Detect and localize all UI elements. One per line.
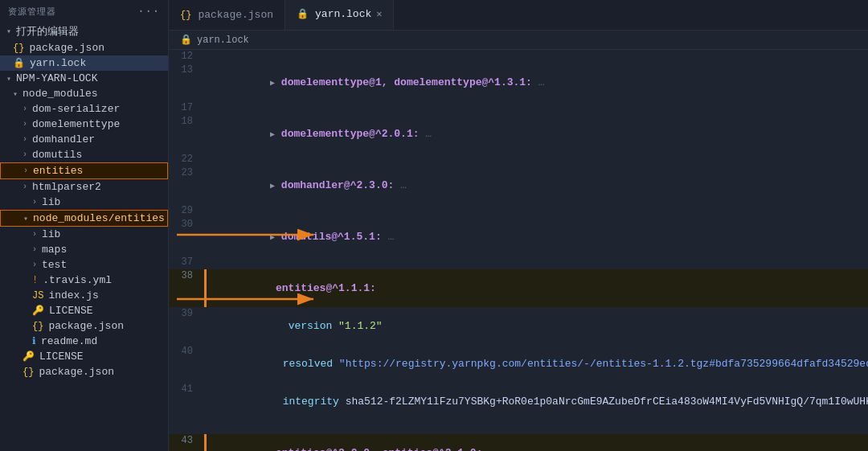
line-number: 23: [169, 166, 204, 204]
fold-icon-3[interactable]: ▶: [270, 182, 275, 191]
chevron-right-icon-10: ›: [32, 260, 37, 269]
file-path-label: yarn.lock: [197, 35, 249, 46]
license-icon: 🔑: [32, 305, 44, 317]
tree-dom-serializer-label: dom-serializer: [32, 103, 120, 115]
chevron-down-icon-4: ▾: [23, 214, 28, 223]
tree-domelementtype[interactable]: › domelementtype: [0, 117, 168, 132]
line-content: version "1.1.2": [204, 307, 868, 345]
line-content: ▶ domutils@^1.5.1: …: [204, 218, 868, 256]
tree-node-modules-entities[interactable]: ▾ node_modules/entities: [0, 210, 168, 227]
sidebar-more-button[interactable]: ···: [137, 5, 160, 18]
code-line-22: 22: [169, 153, 868, 166]
tree-lib[interactable]: › lib: [0, 195, 168, 210]
code-line-12: 12: [169, 50, 868, 64]
line-number: 18: [169, 115, 204, 153]
line-number: 43: [169, 434, 204, 451]
line-content: [204, 153, 868, 166]
code-line-18: 18 ▶ domelementtype@^2.0.1: …: [169, 115, 868, 153]
fold-icon[interactable]: ▶: [270, 79, 275, 88]
tab-json-icon: {}: [180, 10, 191, 21]
tree-lib-label: lib: [42, 196, 60, 208]
line-number: 13: [169, 64, 204, 101]
code-line-39: 39 version "1.1.2": [169, 307, 868, 345]
tree-package-json-outer[interactable]: {} package.json: [0, 364, 168, 379]
open-editor-yarn-lock-label: yarn.lock: [30, 57, 86, 69]
tab-yarn-lock[interactable]: 🔒 yarn.lock ✕: [285, 0, 394, 30]
tab-package-json[interactable]: {} package.json: [169, 0, 285, 30]
tree-node-modules[interactable]: ▾ node_modules: [0, 86, 168, 101]
file-path-bar: 🔒 yarn.lock: [169, 31, 868, 50]
tree-node-modules-label: node_modules: [23, 88, 98, 100]
tree-package-json-inner[interactable]: {} package.json: [0, 318, 168, 334]
tree-entities-lib[interactable]: › lib: [0, 227, 168, 242]
tree-test-label: test: [42, 259, 67, 271]
tree-maps[interactable]: › maps: [0, 242, 168, 257]
tree-index-js-label: index.js: [48, 289, 98, 301]
tree-entities[interactable]: › entities: [0, 162, 168, 179]
tree-license-outer-label: LICENSE: [39, 351, 84, 363]
line-content: [204, 101, 868, 115]
tab-package-json-label: package.json: [198, 9, 273, 21]
tree-entities-lib-label: lib: [42, 228, 60, 240]
fold-icon-4[interactable]: ▶: [270, 233, 275, 242]
chevron-right-icon-9: ›: [32, 245, 37, 254]
code-line-29: 29: [169, 204, 868, 218]
code-editor[interactable]: 12 13 ▶ domelementtype@1, domelementtype…: [169, 50, 868, 451]
line-number: 17: [169, 101, 204, 115]
tree-travis-yml[interactable]: ! .travis.yml: [0, 273, 168, 288]
chevron-right-icon-3: ›: [23, 135, 27, 144]
line-number: 12: [169, 50, 204, 64]
code-line-37: 37: [169, 256, 868, 269]
tree-index-js[interactable]: JS index.js: [0, 288, 168, 303]
chevron-down-icon-3: ▾: [13, 89, 18, 99]
json-icon-3: {}: [23, 367, 34, 378]
open-editor-yarn-lock[interactable]: 🔒 yarn.lock: [0, 55, 168, 71]
info-icon: ℹ: [32, 335, 36, 347]
tree-license-outer[interactable]: 🔑 LICENSE: [0, 349, 168, 364]
tree-license-inner[interactable]: 🔑 LICENSE: [0, 303, 168, 318]
code-lines-container: 12 13 ▶ domelementtype@1, domelementtype…: [169, 50, 868, 451]
yml-icon: !: [32, 275, 38, 286]
editor-main: {} package.json 🔒 yarn.lock ✕ 🔒 yarn.loc…: [169, 0, 868, 451]
tree-entities-label: entities: [33, 165, 83, 177]
line-number: 39: [169, 307, 204, 345]
tree-dom-serializer[interactable]: › dom-serializer: [0, 101, 168, 117]
fold-icon-2[interactable]: ▶: [270, 130, 275, 139]
json-icon-2: {}: [32, 321, 43, 332]
line-content: [204, 420, 868, 434]
open-editor-package-json-label: package.json: [29, 42, 104, 54]
tree-domutils[interactable]: › domutils: [0, 147, 168, 162]
tree-package-json-inner-label: package.json: [48, 320, 124, 332]
open-editor-package-json[interactable]: {} package.json: [0, 40, 168, 55]
tree-travis-yml-label: .travis.yml: [43, 274, 112, 286]
tree-readme[interactable]: ℹ readme.md: [0, 334, 168, 349]
line-content: ▶ domelementtype@^2.0.1: …: [204, 115, 868, 153]
tab-bar: {} package.json 🔒 yarn.lock ✕: [169, 0, 868, 31]
tree-package-json-outer-label: package.json: [39, 366, 114, 378]
path-lock-icon: 🔒: [180, 34, 192, 46]
line-content: [204, 256, 868, 269]
code-line-38: 38 entities@^1.1.1:: [169, 269, 868, 307]
sidebar-title-bar: 资源管理器 ···: [0, 0, 168, 23]
tree-htmlparser2[interactable]: › htmlparser2: [0, 179, 168, 195]
open-editors-label: 打开的编辑器: [16, 24, 79, 39]
chevron-right-icon-4: ›: [23, 150, 27, 159]
license-icon-2: 🔑: [23, 351, 35, 363]
line-content: entities@^2.0.0, entities@^2.1.0:: [204, 434, 868, 451]
tree-test[interactable]: › test: [0, 257, 168, 273]
tree-domhandler[interactable]: › domhandler: [0, 132, 168, 147]
chevron-right-icon-8: ›: [32, 230, 37, 239]
line-number: 40: [169, 345, 204, 383]
code-line-40: 40 resolved "https://registry.yarnpkg.co…: [169, 345, 868, 383]
tab-close-button[interactable]: ✕: [376, 8, 382, 20]
line-number: 41: [169, 383, 204, 420]
tree-domutils-label: domutils: [32, 149, 82, 161]
project-section[interactable]: ▾ NPM-YARN-LOCK: [0, 71, 168, 86]
line-content: [204, 204, 868, 218]
open-editors-section[interactable]: ▾ 打开的编辑器: [0, 23, 168, 40]
line-number: [169, 420, 204, 434]
line-content: ▶ domelementtype@1, domelementtype@^1.3.…: [204, 64, 868, 101]
sidebar: 资源管理器 ··· ▾ 打开的编辑器 {} package.json 🔒 yar…: [0, 0, 169, 451]
lock-icon: 🔒: [13, 57, 25, 69]
tree-readme-label: readme.md: [41, 335, 97, 347]
